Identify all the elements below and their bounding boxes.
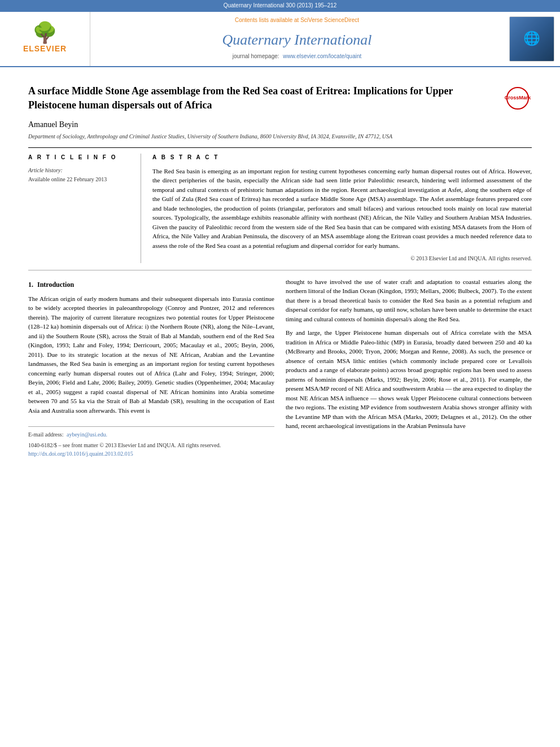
history-label: Article history: — [28, 167, 132, 175]
journal-header: 🌳 ELSEVIER Contents lists available at S… — [0, 12, 560, 67]
crossmark-icon: CrossMark — [506, 87, 529, 110]
body-right-column: thought to have involved the use of wate… — [286, 277, 532, 458]
intro-para-1: The African origin of early modern human… — [28, 294, 274, 416]
intro-para-3: By and large, the Upper Pleistocene huma… — [286, 328, 532, 431]
elsevier-logo: 🌳 ELSEVIER — [23, 23, 67, 54]
copyright-line: © 2013 Elsevier Ltd and INQUA. All right… — [152, 255, 532, 263]
section-divider — [28, 270, 532, 270]
journal-title-section: Contents lists available at SciVerse Sci… — [90, 12, 504, 66]
section-number: 1. — [28, 281, 33, 289]
history-value: Available online 22 February 2013 — [28, 176, 132, 184]
homepage-url[interactable]: www.elsevier.com/locate/quaint — [283, 53, 361, 59]
issn-line: 1040-6182/$ – see front matter © 2013 El… — [28, 441, 274, 449]
doi-link[interactable]: http://dx.doi.org/10.1016/j.quaint.2013.… — [28, 449, 274, 458]
journal-thumbnail-section: 🌐 — [504, 12, 560, 66]
footnote-email-line: E-mail address: aybeyin@usi.edu. — [28, 430, 274, 439]
journal-name: Quaternary International — [102, 29, 492, 51]
abstract-heading: A B S T R A C T — [152, 154, 532, 162]
author-name: Amanuel Beyin — [28, 119, 532, 130]
contents-text: Contents lists available at — [235, 17, 299, 23]
sciverse-link-text[interactable]: SciVerse ScienceDirect — [300, 17, 359, 23]
email-label: E-mail address: — [28, 431, 63, 438]
crossmark-label: CrossMark — [505, 95, 531, 101]
sciverse-line: Contents lists available at SciVerse Sci… — [102, 16, 492, 25]
body-left-column: 1. Introduction The African origin of ea… — [28, 277, 274, 458]
main-content: A surface Middle Stone Age assemblage fr… — [0, 67, 560, 470]
elsevier-logo-section: 🌳 ELSEVIER — [0, 12, 90, 66]
abstract-column: A B S T R A C T The Red Sea basin is eme… — [152, 154, 532, 263]
thumb-icon: 🌐 — [523, 29, 540, 49]
article-info-column: A R T I C L E I N F O Article history: A… — [28, 154, 141, 263]
intro-section-title: 1. Introduction — [28, 279, 274, 290]
top-bar: Quaternary International 300 (2013) 195–… — [0, 0, 560, 12]
crossmark-badge[interactable]: CrossMark — [506, 87, 532, 110]
tree-icon: 🌳 — [23, 23, 67, 43]
journal-citation: Quaternary International 300 (2013) 195–… — [224, 2, 337, 8]
article-info-abstract-section: A R T I C L E I N F O Article history: A… — [28, 147, 532, 263]
article-title: A surface Middle Stone Age assemblage fr… — [28, 84, 495, 112]
article-info-heading: A R T I C L E I N F O — [28, 154, 132, 162]
homepage-label: journal homepage: — [233, 53, 279, 59]
elsevier-name: ELSEVIER — [23, 44, 67, 53]
email-address[interactable]: aybeyin@usi.edu. — [67, 431, 107, 438]
journal-thumbnail: 🌐 — [509, 16, 554, 62]
intro-para-2: thought to have involved the use of wate… — [286, 277, 532, 324]
body-columns: 1. Introduction The African origin of ea… — [28, 277, 532, 458]
footnote-divider — [28, 426, 274, 427]
affiliation: Department of Sociology, Anthropology an… — [28, 133, 532, 141]
section-title-text: Introduction — [37, 281, 74, 289]
article-title-section: A surface Middle Stone Age assemblage fr… — [28, 78, 532, 112]
abstract-text: The Red Sea basin is emerging as an impo… — [152, 167, 532, 251]
homepage-line: journal homepage: www.elsevier.com/locat… — [102, 53, 492, 61]
